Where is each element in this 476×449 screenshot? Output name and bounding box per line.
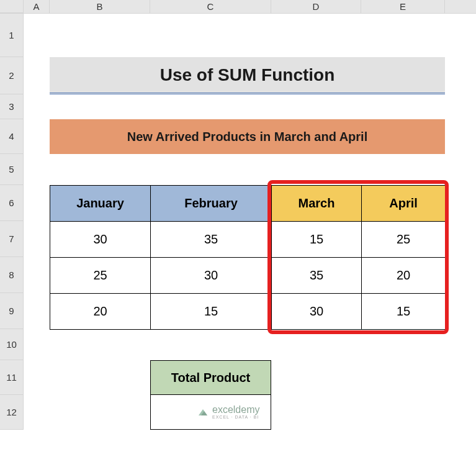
col-header-C[interactable]: C — [150, 0, 271, 13]
select-all-corner[interactable] — [0, 0, 24, 13]
page-title: Use of SUM Function — [50, 57, 445, 94]
subtitle-banner: New Arrived Products in March and April — [50, 119, 445, 154]
header-january[interactable]: January — [50, 186, 151, 222]
row-header-6[interactable]: 6 — [0, 185, 24, 221]
watermark: exceldemy EXCEL · DATA · BI — [197, 405, 259, 419]
watermark-main: exceldemy — [212, 405, 259, 415]
row-header-4[interactable]: 4 — [0, 119, 24, 154]
header-march[interactable]: March — [272, 186, 362, 222]
row-header-8[interactable]: 8 — [0, 257, 24, 293]
header-february[interactable]: February — [151, 186, 272, 222]
data-table: January February March April 30 35 15 25… — [50, 185, 446, 330]
cell-B7[interactable]: 30 — [50, 222, 151, 258]
row-header-column: 1 2 3 4 5 6 7 8 9 10 11 12 — [0, 14, 24, 430]
cell-E7[interactable]: 25 — [362, 222, 446, 258]
cell-C7[interactable]: 35 — [151, 222, 272, 258]
row-header-9[interactable]: 9 — [0, 293, 24, 329]
cell-D8[interactable]: 35 — [272, 258, 362, 294]
col-header-E[interactable]: E — [361, 0, 445, 13]
row-header-12[interactable]: 12 — [0, 395, 24, 430]
header-april[interactable]: April — [362, 186, 446, 222]
watermark-sub: EXCEL · DATA · BI — [212, 415, 259, 419]
table-row: 20 15 30 15 — [50, 294, 446, 330]
cell-C9[interactable]: 15 — [151, 294, 272, 330]
watermark-text: exceldemy EXCEL · DATA · BI — [212, 405, 259, 419]
row-header-1[interactable]: 1 — [0, 14, 24, 57]
col-header-B[interactable]: B — [50, 0, 150, 13]
row-header-5[interactable]: 5 — [0, 154, 24, 185]
cell-B9[interactable]: 20 — [50, 294, 151, 330]
col-header-D[interactable]: D — [271, 0, 361, 13]
table-header-row: January February March April — [50, 186, 446, 222]
cell-E9[interactable]: 15 — [362, 294, 446, 330]
cell-D7[interactable]: 15 — [272, 222, 362, 258]
watermark-icon — [197, 407, 209, 418]
table-row: 30 35 15 25 — [50, 222, 446, 258]
row-header-10[interactable]: 10 — [0, 329, 24, 360]
col-header-A[interactable]: A — [24, 0, 50, 13]
cell-E8[interactable]: 20 — [362, 258, 446, 294]
total-product-label[interactable]: Total Product — [150, 360, 271, 395]
cell-B8[interactable]: 25 — [50, 258, 151, 294]
table-row: 25 30 35 20 — [50, 258, 446, 294]
total-product-box: Total Product — [150, 360, 271, 430]
row-header-2[interactable]: 2 — [0, 57, 24, 94]
cell-D9[interactable]: 30 — [272, 294, 362, 330]
row-header-7[interactable]: 7 — [0, 221, 24, 257]
cell-C8[interactable]: 30 — [151, 258, 272, 294]
row-header-3[interactable]: 3 — [0, 94, 24, 119]
row-header-11[interactable]: 11 — [0, 360, 24, 395]
column-header-row: A B C D E — [0, 0, 476, 14]
